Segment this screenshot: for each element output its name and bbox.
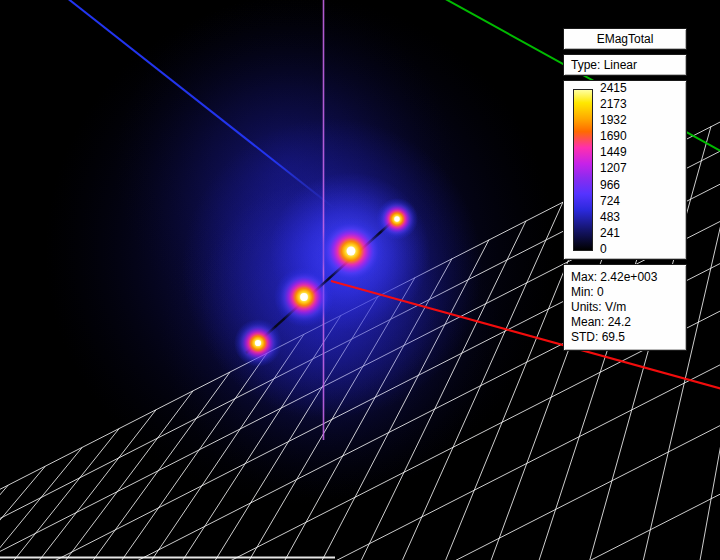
field-legend: EMagTotal Type: Linear 2415 2173 1932 16… (563, 28, 687, 355)
colorbar-tick: 2173 (600, 99, 627, 110)
colorbar-tick: 1207 (600, 163, 627, 174)
stat-min: Min: 0 (571, 285, 679, 300)
stat-std: STD: 69.5 (571, 330, 679, 345)
stat-units: Units: V/m (571, 300, 679, 315)
legend-scale-type[interactable]: Type: Linear (563, 54, 687, 76)
legend-colorbar-panel[interactable]: 2415 2173 1932 1690 1449 1207 966 724 48… (563, 80, 687, 260)
field-hotspot-core (300, 293, 308, 301)
colorbar-tick: 2415 (600, 83, 627, 94)
colorbar-tick: 1449 (600, 147, 627, 158)
colorbar-tick: 1932 (600, 115, 627, 126)
legend-stats-panel[interactable]: Max: 2.42e+003 Min: 0 Units: V/m Mean: 2… (563, 264, 687, 351)
colorbar-ticks: 2415 2173 1932 1690 1449 1207 966 724 48… (600, 83, 627, 255)
colorbar-tick: 966 (600, 180, 627, 191)
field-hotspot-core (394, 216, 399, 221)
field-hotspot-core (347, 247, 356, 256)
viewport-3d[interactable]: EMagTotal Type: Linear 2415 2173 1932 16… (0, 0, 720, 560)
colorbar-gradient (573, 89, 593, 251)
stat-mean: Mean: 24.2 (571, 315, 679, 330)
colorbar-tick: 241 (600, 228, 627, 239)
colorbar-tick: 0 (600, 244, 627, 255)
colorbar-tick: 724 (600, 196, 627, 207)
field-hotspot-core (255, 340, 261, 346)
colorbar-tick: 483 (600, 212, 627, 223)
legend-quantity-title[interactable]: EMagTotal (563, 28, 687, 50)
stat-max: Max: 2.42e+003 (571, 270, 679, 285)
colorbar-tick: 1690 (600, 131, 627, 142)
